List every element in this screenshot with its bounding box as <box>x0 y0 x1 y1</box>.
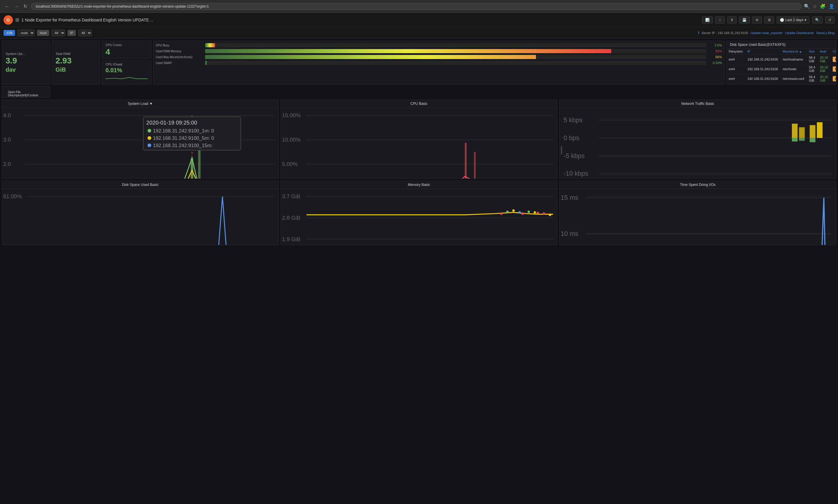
svg-point-43 <box>147 144 151 147</box>
star-button[interactable]: ☆ <box>715 16 725 23</box>
cell-mounted: /etc/hosts <box>780 64 806 74</box>
forward-button[interactable]: → <box>13 3 20 10</box>
host-select[interactable]: All <box>51 30 65 36</box>
used-swap-label: Used SWAP <box>156 61 203 65</box>
used-ram-label: Used RAM Memory <box>156 50 203 53</box>
dashboard-title-bar: ⊞ 1 Node Exporter for Prometheus Dashboa… <box>15 17 700 23</box>
cell-avail: 20.10 GiB <box>817 64 831 74</box>
ip-filter-tag[interactable]: IP <box>68 30 76 36</box>
row3: Disk Space Used Basic 61.00% 60.00% 1/18… <box>2 181 836 245</box>
svg-text:5.00%: 5.00% <box>282 161 298 167</box>
svg-point-113 <box>528 211 530 213</box>
svg-rect-83 <box>810 138 815 142</box>
cpu-iowait-card: CPU IOwait 0.01% <box>102 60 151 85</box>
svg-rect-79 <box>810 125 815 138</box>
cell-size: 58.4 GiB <box>806 74 817 84</box>
disk-space-basic-panel: Disk Space Used Basic 61.00% 60.00% 1/18… <box>2 181 279 245</box>
time-io-chart: 15 ms 10 ms 5 ms 1/18 12:00 1/19 12:00 1… <box>559 189 836 245</box>
svg-text:10.00%: 10.00% <box>282 137 301 143</box>
host-filter-tag[interactable]: Host <box>37 30 49 36</box>
monitor-button[interactable]: 🖥 <box>764 16 774 23</box>
system-load-title[interactable]: System Load ▼ <box>2 100 279 108</box>
job-filter-tag[interactable]: JOB <box>3 30 15 36</box>
update-exporter-link[interactable]: Update node_exporter <box>750 31 783 35</box>
memory-basic-title: Memory Basic <box>281 181 557 189</box>
server-info: ℹ Server IP : 192.168.31.242:9100 Update… <box>698 31 835 35</box>
cell-used: 60.47% <box>831 55 836 64</box>
svg-point-108 <box>500 212 502 215</box>
col-used: Used <box>831 49 836 55</box>
svg-text:-10 kbps: -10 kbps <box>564 170 588 177</box>
save-button[interactable]: 💾 <box>739 16 750 23</box>
settings-button[interactable]: ⚙ <box>752 16 762 23</box>
cell-used: 60.47% <box>831 64 836 74</box>
svg-point-116 <box>543 212 545 215</box>
uptime-card: System Upt... 3.9 dav <box>2 40 50 85</box>
browser-profile-icon[interactable]: 👤 <box>828 3 835 9</box>
col-avail[interactable]: Avail <box>817 49 831 55</box>
cpu-cores-card: CPU Cores 4 <box>102 40 151 59</box>
share-button[interactable]: ⬆ <box>727 16 737 23</box>
svg-text:3.7 GiB: 3.7 GiB <box>282 193 300 199</box>
dashboard-title: 1 Node Exporter for Prometheus Dashboard… <box>21 18 154 22</box>
time-picker[interactable]: 🕐 Last 2 days ▾ <box>777 16 809 23</box>
chevron-down-icon: ▾ <box>804 18 806 22</box>
svg-rect-33 <box>198 146 200 179</box>
svg-text:2.8 GiB: 2.8 GiB <box>282 215 300 221</box>
update-dashboards-link[interactable]: Update Dashboards <box>785 31 814 35</box>
cell-ip: 192.168.31.242:9100 <box>745 55 780 64</box>
svg-text:192.168.31.242:9100_15m:: 192.168.31.242:9100_15m: <box>153 143 213 148</box>
disk-table-panel: Disk Space Used Basic(EXT4/XFS) Filesyst… <box>726 40 836 85</box>
svg-text:10 ms: 10 ms <box>560 230 578 237</box>
used-ram-bar <box>205 49 706 53</box>
cpu-iowait-label: CPU IOwait <box>106 62 148 66</box>
ip-select[interactable]: All <box>78 30 92 36</box>
svg-text:2.0: 2.0 <box>3 161 11 167</box>
browser-extension-icon[interactable]: 🧩 <box>820 3 826 9</box>
used-swap-bar <box>205 61 706 65</box>
add-panel-button[interactable]: 📊 <box>702 16 713 23</box>
svg-text:4.0: 4.0 <box>3 112 11 119</box>
server-ip-label: Server IP : 192.168.31.242:9100 <box>702 31 748 35</box>
disk-table: Filesystem IP Mounted on ▲ Size Avail Us… <box>726 49 836 84</box>
svg-text:5 kbps: 5 kbps <box>564 116 582 124</box>
svg-point-39 <box>147 129 151 132</box>
browser-star-icon[interactable]: ☆ <box>813 3 817 9</box>
network-traffic-chart: /receive transmit 5 kbps 0 bps -5 kbps -… <box>559 108 836 179</box>
job-select[interactable]: node <box>17 30 35 36</box>
refresh-dashboard-button[interactable]: ↺ <box>825 16 835 23</box>
cpu-busy-row: CPU Busy 2.0% <box>156 43 722 47</box>
total-ram-value: 2.93 GiB <box>55 57 96 73</box>
cell-mounted: /etc/hostname <box>780 55 806 64</box>
back-button[interactable]: ← <box>3 3 11 10</box>
cpu-basic-panel: CPU Basic 15.00% 10.00% 5.00% 0% <box>281 100 558 179</box>
search-button[interactable]: 🔍 <box>812 16 823 23</box>
cell-ip: 192.168.31.242:9100 <box>745 64 780 74</box>
col-filesystem[interactable]: Filesystem <box>726 49 745 55</box>
col-size[interactable]: Size <box>806 49 817 55</box>
svg-point-114 <box>534 211 536 214</box>
refresh-button[interactable]: ↻ <box>22 2 29 10</box>
uptime-label: System Upt... <box>5 52 47 55</box>
max-mount-value: 66% <box>709 55 722 59</box>
used-swap-row: Used SWAP 0.33% <box>156 61 722 65</box>
svg-text:15 ms: 15 ms <box>560 194 578 201</box>
svg-text:-5 kbps: -5 kbps <box>564 152 585 160</box>
svg-text:3.0: 3.0 <box>3 137 11 143</box>
svg-text:0 bps: 0 bps <box>564 134 580 142</box>
clock-icon: 🕐 <box>780 18 784 22</box>
max-mount-bar <box>205 55 706 59</box>
cpu-iowait-value: 0.01% <box>106 67 148 73</box>
cell-avail: 20.10 GiB <box>817 55 831 64</box>
col-mounted[interactable]: Mounted on ▲ <box>780 49 806 55</box>
cell-size: 58.4 GiB <box>806 64 817 74</box>
row1: System Upt... 3.9 dav Total RAM 2.93 GiB… <box>2 40 836 98</box>
grafana-logo[interactable]: G <box>3 15 13 25</box>
url-bar[interactable] <box>31 3 802 10</box>
col-ip[interactable]: IP <box>745 49 780 55</box>
cell-filesystem: ext4 <box>726 74 745 84</box>
system-load-chart: 4.0 3.0 2.0 1.0 0 <box>2 108 279 179</box>
table-row: ext4 192.168.31.242:9100 /etc/hosts 58.4… <box>726 64 836 74</box>
starsls-blog-link[interactable]: StarsLs Blog <box>816 31 835 35</box>
grid-icon[interactable]: ⊞ <box>15 17 19 23</box>
